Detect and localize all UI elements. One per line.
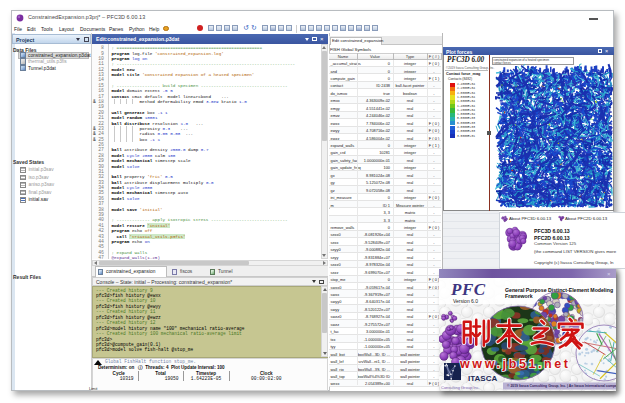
- svg-text:www.jb51.net: www.jb51.net: [459, 357, 571, 371]
